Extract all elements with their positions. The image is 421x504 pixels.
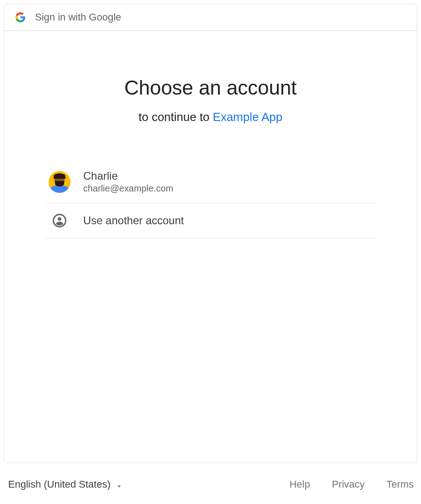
use-another-account-label: Use another account xyxy=(83,214,184,227)
help-link[interactable]: Help xyxy=(290,479,310,490)
signin-card: Sign in with Google Choose an account to… xyxy=(4,4,417,463)
language-label: English (United States) xyxy=(8,479,110,490)
card-body: Choose an account to continue to Example… xyxy=(4,31,417,463)
card-header: Sign in with Google xyxy=(4,4,417,31)
header-title: Sign in with Google xyxy=(35,11,121,23)
google-g-icon xyxy=(15,12,26,23)
account-item-charlie[interactable]: Charlie charlie@example.com xyxy=(45,161,376,203)
avatar xyxy=(49,171,70,193)
subtitle-prefix: to continue to xyxy=(139,110,213,124)
person-circle-icon xyxy=(51,212,68,229)
chevron-down-icon xyxy=(115,481,121,488)
page-subtitle: to continue to Example App xyxy=(45,110,376,124)
account-info: Charlie charlie@example.com xyxy=(83,170,173,194)
svg-point-0 xyxy=(58,217,61,221)
account-list: Charlie charlie@example.com Use another … xyxy=(45,161,376,238)
footer: English (United States) Help Privacy Ter… xyxy=(0,467,421,504)
privacy-link[interactable]: Privacy xyxy=(332,479,365,490)
use-another-account[interactable]: Use another account xyxy=(45,203,376,238)
terms-link[interactable]: Terms xyxy=(386,479,414,490)
account-email: charlie@example.com xyxy=(83,183,173,194)
page-title: Choose an account xyxy=(45,76,376,99)
footer-links: Help Privacy Terms xyxy=(290,479,414,490)
account-name: Charlie xyxy=(83,170,173,182)
language-selector[interactable]: English (United States) xyxy=(7,476,122,493)
app-link[interactable]: Example App xyxy=(213,110,282,124)
